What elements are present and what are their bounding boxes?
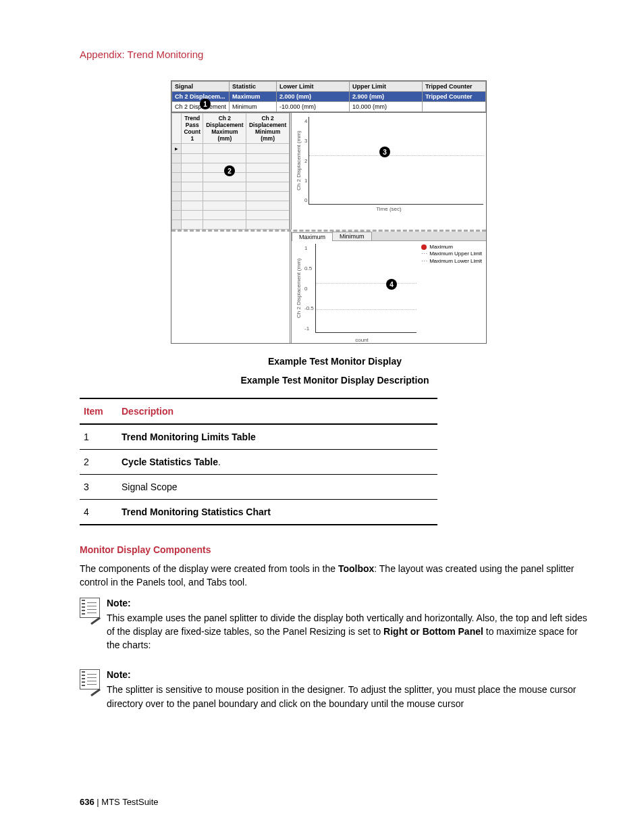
desc-row: 4Trend Monitoring Statistics Chart [80,500,437,525]
cs-row[interactable] [172,154,290,163]
desc-item-text: Trend Monitoring Limits Table [117,424,437,450]
trend-ylabel: Ch 2 Displacement (mm) [294,244,303,333]
callout-3: 3 [379,147,390,157]
desc-item-text: Signal Scope [117,475,437,500]
cs-row[interactable] [172,182,290,192]
cs-row[interactable] [172,201,290,211]
figure-caption-1: Example Test Monitor Display [80,356,590,367]
trend-legend: Maximum ··· Maximum Upper Limit ··· Maxi… [421,244,482,265]
trend-statistics-chart: 4 Maximum ··· Maximum Upper Limit ··· Ma… [292,241,486,336]
desc-row: 3Signal Scope [80,475,437,500]
scope-xlabel: Time (sec) [294,206,483,212]
desc-row: 2Cycle Statistics Table. [80,450,437,475]
description-table: Item Description 1Trend Monitoring Limit… [80,398,437,525]
limits-row[interactable]: Ch 2 Displacement Minimum -10.000 (mm) 1… [172,102,486,112]
note-2: Note: The splitter is sensitive to mouse… [80,669,590,719]
note-text: This example uses the panel splitter to … [107,611,590,652]
tab-minimum[interactable]: Minimum [332,232,372,240]
cs-row[interactable] [172,220,290,230]
desc-head-item: Item [80,398,117,424]
scope-plot-area[interactable] [308,117,483,205]
scope-ylabel: Ch 2 Displacement (mm) [294,117,303,205]
cycle-statistics-table: 2 Trend Pass Count 1 Ch 2 Displacement M… [171,113,292,230]
cs-col-0: Trend Pass Count 1 [182,113,203,144]
callout-1: 1 [200,99,211,109]
test-monitor-screenshot: 1 Signal Statistic Lower Limit Upper Lim… [171,80,487,344]
desc-item-text: Trend Monitoring Statistics Chart [117,500,437,525]
callout-2: 2 [224,165,235,176]
col-tripped: Tripped Counter [423,82,486,92]
tab-maximum[interactable]: Maximum [292,232,333,241]
figure-container: 1 Signal Statistic Lower Limit Upper Lim… [171,80,487,344]
col-statistic: Statistic [230,82,277,92]
note-label: Note: [107,669,590,680]
note-icon [80,598,100,618]
cs-row[interactable] [172,192,290,201]
trend-xlabel: count [238,337,486,343]
paragraph-components: The components of the display were creat… [80,562,590,590]
page-number: 636 [80,797,95,807]
col-signal: Signal [172,82,230,92]
desc-row: 1Trend Monitoring Limits Table [80,424,437,450]
desc-item-number: 1 [80,424,117,450]
legend-dash-icon: ··· [421,258,428,264]
legend-dot-icon [421,244,427,250]
cs-row[interactable]: ▸ [172,144,290,154]
limits-row[interactable]: Ch 2 Displacem... Maximum 2.000 (mm) 2.9… [172,92,486,102]
scope-yticks: 4 3 2 1 0 [303,117,308,205]
desc-item-number: 4 [80,500,117,525]
note-1: Note: This example uses the panel splitt… [80,598,590,660]
heading-monitor-components: Monitor Display Components [80,544,590,555]
desc-item-text: Cycle Statistics Table. [117,450,437,475]
cs-col-2: Ch 2 Displacement Minimum (mm) [246,113,290,144]
row-indicator-icon: ▸ [172,144,182,154]
product-name: MTS TestSuite [101,797,158,807]
note-icon [80,669,100,689]
appendix-title: Appendix: Trend Monitoring [80,49,590,60]
signal-scope-panel: 3 Ch 2 Displacement (mm) 4 3 2 1 0 [292,113,486,230]
figure-caption-2: Example Test Monitor Display Description [80,375,590,386]
desc-item-number: 2 [80,450,117,475]
col-upper: Upper Limit [350,82,423,92]
trend-limits-table: Signal Statistic Lower Limit Upper Limit… [171,81,486,112]
desc-head-desc: Description [117,398,437,424]
cs-row[interactable] [172,211,290,220]
page-footer: 636 | MTS TestSuite [80,797,159,807]
callout-4: 4 [386,279,397,290]
trend-tabs: Maximum Minimum [292,232,486,241]
note-label: Note: [107,598,590,608]
col-lower: Lower Limit [277,82,350,92]
cs-col-1: Ch 2 Displacement Maximum (mm) [203,113,246,144]
legend-dash-icon: ··· [421,251,428,257]
desc-item-number: 3 [80,475,117,500]
note-text: The splitter is sensitive to mouse posit… [107,683,590,710]
trend-plot-area[interactable] [315,244,417,333]
trend-yticks: 1 0.5 0 -0.5 -1 [303,244,315,333]
